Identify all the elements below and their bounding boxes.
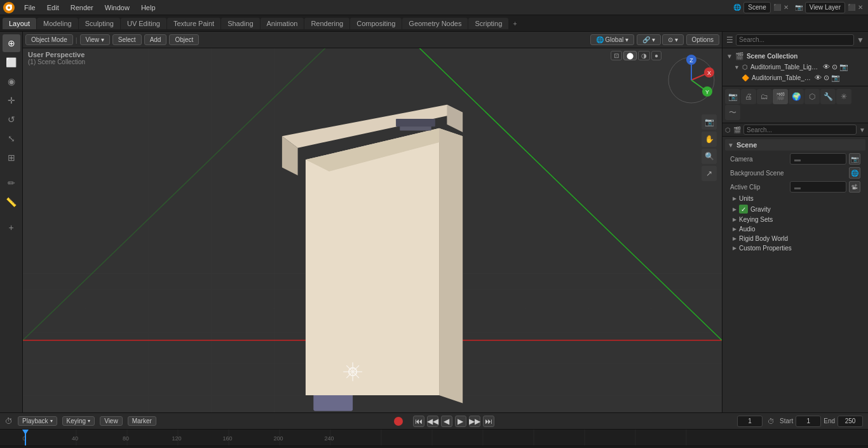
cursor-tool-icon[interactable]: ⊕ [3,34,20,52]
tab-animation[interactable]: Animation [261,18,304,29]
step-back-button[interactable]: ◀ [441,416,452,427]
active-clip-field[interactable]: ▬ [790,181,846,193]
play-reverse-button[interactable]: ◀◀ [427,416,438,427]
props-search-field[interactable] [743,125,857,135]
transform-tool-icon[interactable]: ⊞ [3,149,20,166]
item-render-icon[interactable]: 📷 [839,63,848,71]
camera-icon-btn[interactable]: 📷 [849,153,860,165]
playback-menu-button[interactable]: Playback ▾ [18,416,57,426]
orientation-button[interactable]: 🌐 Global ▾ [590,34,634,45]
audio-section[interactable]: ▶ Audio [728,224,865,234]
3d-viewport[interactable]: Object Mode | View ▾ Select Add Object 🌐… [23,32,722,412]
camera-value-field[interactable]: ▬ [790,153,846,165]
prop-tab-scene[interactable]: 🎬 [773,89,788,104]
scale-tool-icon[interactable]: ⤡ [3,130,20,147]
object-mode-button[interactable]: Object Mode [25,34,73,45]
move-tool-icon[interactable]: ✛ [3,92,20,109]
viewport-shading-solid[interactable]: ⬤ [623,51,637,60]
rigid-body-world-section[interactable]: ▶ Rigid Body World [728,234,865,243]
select-circle-icon[interactable]: ◉ [3,72,20,90]
tab-modeling[interactable]: Modeling [37,18,78,29]
view-menu-button[interactable]: View ▾ [80,34,110,45]
tab-compositing[interactable]: Compositing [350,18,402,29]
menu-window[interactable]: Window [100,3,135,13]
tab-sculpting[interactable]: Sculpting [79,18,120,29]
zoom-icon[interactable]: 🔍 [702,149,717,164]
outliner-type-icon[interactable]: ☰ [726,36,733,44]
proportional-edit-button[interactable]: ⊙ ▾ [662,34,684,45]
view-menu-button[interactable]: View [100,416,123,426]
timeline-type-icon[interactable]: ⏱ [5,417,13,426]
props-left-icon[interactable]: ⬡ [725,126,731,133]
tab-layout[interactable]: Layout [3,18,36,29]
scene-name-input[interactable]: Scene [743,2,770,13]
keying-menu-button[interactable]: Keying ▾ [62,416,95,426]
start-frame-input[interactable] [796,416,821,427]
outliner-filter-icon[interactable]: ▼ [857,36,864,44]
prop-tab-output[interactable]: 🖨 [741,89,756,104]
end-frame-input[interactable] [837,416,863,427]
outliner-item-1[interactable]: ▼ ⬡ Auditorium_Table_Light_Woo 👁 ⊙ 📷 [726,62,864,72]
tab-shading[interactable]: Shading [221,18,259,29]
rotate-view-icon[interactable]: ↗ [702,166,717,181]
prop-tab-physics[interactable]: 〜 [725,105,740,120]
gravity-checkbox[interactable]: ✓ [739,205,748,214]
scene-section-header[interactable]: ▼ Scene [725,139,865,151]
select-box-icon[interactable]: ⬜ [3,53,20,71]
prop-tab-object[interactable]: ⬡ [804,89,820,104]
tab-geometry-nodes[interactable]: Geometry Nodes [402,18,468,29]
annotate-tool-icon[interactable]: ✏ [3,174,20,192]
tab-uv-editing[interactable]: UV Editing [121,18,166,29]
item-visibility-icon[interactable]: 👁 [823,63,830,71]
item2-visibility-icon[interactable]: 👁 [815,74,822,82]
camera-view-icon[interactable]: 📷 [702,114,717,130]
viewport-gizmo[interactable]: X Y Z [666,55,717,105]
prop-tab-render[interactable]: 📷 [725,89,740,104]
prop-tab-modifier[interactable]: 🔧 [820,89,836,104]
props-scene-icon[interactable]: 🎬 [733,126,741,133]
viewport-grid[interactable] [23,48,722,412]
snap-button[interactable]: 🔗 ▾ [637,34,661,45]
play-button[interactable]: ▶ [455,416,466,427]
add-menu-button[interactable]: Add [144,34,167,45]
custom-properties-section[interactable]: ▶ Custom Properties [728,243,865,253]
view-layer-input[interactable]: View Layer [805,2,845,13]
tab-scripting[interactable]: Scripting [468,18,508,29]
units-section[interactable]: ▶ Units [728,194,865,203]
viewport-shading-look[interactable]: ◑ [638,51,650,60]
select-menu-button[interactable]: Select [112,34,142,45]
tab-texture-paint[interactable]: Texture Paint [167,18,220,29]
jump-end-button[interactable]: ⏭ [483,416,494,427]
props-filter-icon[interactable]: ▼ [859,126,865,133]
timeline-track[interactable]: 0 40 80 120 160 200 240 [0,429,868,445]
item2-select-icon[interactable]: ⊙ [824,74,829,82]
current-frame-input[interactable] [737,416,763,427]
outliner-search-input[interactable] [736,34,854,46]
object-menu-button[interactable]: Object [169,34,199,45]
viewport-shading-render[interactable]: ● [651,51,661,60]
scene-collection-header[interactable]: ▼ 🎬 Scene Collection [726,51,864,62]
measure-tool-icon[interactable]: 📏 [3,193,20,211]
step-forward-button[interactable]: ▶▶ [469,416,480,427]
item2-render-icon[interactable]: 📷 [831,74,840,82]
marker-menu-button[interactable]: Marker [128,416,156,426]
prop-tab-world[interactable]: 🌍 [789,89,804,104]
record-button[interactable] [394,417,403,426]
rotate-tool-icon[interactable]: ↺ [3,111,20,128]
add-workspace-button[interactable]: + [509,18,520,29]
menu-render[interactable]: Render [65,3,98,13]
tab-rendering[interactable]: Rendering [304,18,349,29]
prop-tab-view-layer[interactable]: 🗂 [757,89,772,104]
active-clip-icon-btn[interactable]: 📽 [849,181,860,193]
jump-start-button[interactable]: ⏮ [413,416,424,427]
keying-sets-section[interactable]: ▶ Keying Sets [728,215,865,224]
viewport-shading-wire[interactable]: ⊡ [611,51,622,60]
options-button[interactable]: Options [686,34,719,45]
menu-file[interactable]: File [19,3,41,13]
item-select-icon[interactable]: ⊙ [832,63,837,71]
background-scene-icon-btn[interactable]: 🌐 [849,167,860,179]
add-object-icon[interactable]: + [3,219,20,236]
prop-tab-particles[interactable]: ✳ [836,89,851,104]
menu-edit[interactable]: Edit [42,3,64,13]
menu-help[interactable]: Help [136,3,161,13]
